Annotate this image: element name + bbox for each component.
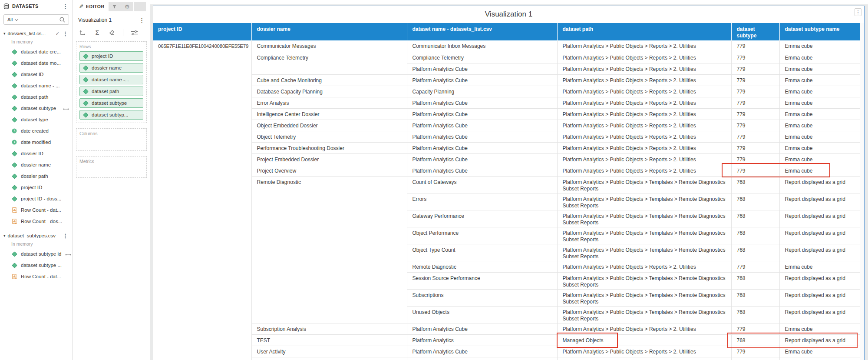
cell-dataset-path[interactable]: Platform Analytics > Public Objects > Re… — [557, 74, 731, 86]
sidebar-field-dataset-type[interactable]: dataset type — [0, 114, 73, 125]
cell-dataset-path[interactable]: Platform Analytics > Public Objects > Re… — [557, 86, 731, 97]
cell-dataset-subtype[interactable]: 779 — [731, 120, 779, 131]
cell-dossier-name[interactable]: Object Telemetry — [251, 131, 407, 142]
cell-dossier-name[interactable]: Database Capacity Planning — [251, 86, 407, 97]
cell-dossier-name[interactable]: Performance Troubleshooting Dossier — [251, 142, 407, 153]
cell-dataset-subtype[interactable]: 779 — [731, 40, 779, 52]
cell-dataset-path[interactable]: Platform Analytics > Public Objects > Re… — [557, 323, 731, 334]
column-header-dataset-name[interactable]: dataset name - datasets_list.csv — [407, 23, 557, 40]
sidebar-field-dataset-name-[interactable]: dataset name - ... — [0, 80, 73, 91]
cell-dossier-name[interactable]: Communicator Messages — [251, 40, 407, 52]
cell-dataset-name[interactable]: Object Type Count — [407, 244, 557, 261]
row-pill-dossier-name[interactable]: dossier name — [79, 63, 143, 73]
collapse-arrow-icon[interactable]: ▾ — [3, 31, 6, 36]
cell-dataset-subtype[interactable]: 779 — [731, 165, 779, 176]
cell-dataset-name[interactable]: Platform Analytics Cube — [407, 131, 557, 142]
cell-dataset-path[interactable]: Platform Analytics > Public Objects > Re… — [557, 165, 731, 176]
cell-dataset-path[interactable]: Platform Analytics > Public Objects > Re… — [557, 97, 731, 108]
sidebar-field-dataset-subtype[interactable]: dataset subtype — [0, 103, 73, 114]
dataset-group-menu-icon[interactable]: ⋮ — [62, 233, 69, 239]
cell-dataset-path[interactable]: Platform Analytics > Public Objects > Te… — [557, 193, 731, 210]
cell-dossier-name[interactable]: Object Embedded Dossier — [251, 120, 407, 131]
cell-dataset-subtype[interactable]: 779 — [731, 108, 779, 120]
cell-dataset-subtype-name[interactable]: Emma cube — [779, 323, 861, 334]
cell-dataset-path[interactable]: Platform Analytics > Public Objects > Te… — [557, 210, 731, 227]
cell-dataset-subtype-name[interactable]: Report displayed as a grid — [779, 176, 861, 193]
zone-rows[interactable]: Rows project IDdossier namedataset name … — [76, 41, 147, 123]
cell-dataset-path[interactable]: Platform Analytics > Public Objects > Te… — [557, 289, 731, 306]
totals-icon[interactable]: Σ — [93, 29, 101, 36]
dataset-search-box[interactable]: All — [3, 14, 69, 25]
cell-dossier-name[interactable]: Subscription Analysis — [251, 323, 407, 334]
cell-dataset-path[interactable]: Platform Analytics > Public Objects > Te… — [557, 272, 731, 289]
column-header-project-id[interactable]: project ID — [153, 23, 251, 40]
swap-axes-icon[interactable] — [79, 29, 86, 36]
cell-dataset-subtype-name[interactable]: Emma cube — [779, 346, 861, 357]
cell-dataset-subtype[interactable]: 768 — [731, 227, 779, 244]
cell-dataset-subtype[interactable]: 779 — [731, 346, 779, 357]
cell-dataset-subtype-name[interactable]: Report displayed as a grid — [779, 306, 861, 323]
cell-dataset-name[interactable]: Remote Diagnostic — [407, 261, 557, 272]
cell-dataset-subtype[interactable]: 779 — [731, 52, 779, 63]
datasets-panel-menu-icon[interactable]: ⋮ — [62, 3, 69, 9]
cell-dataset-path[interactable]: Platform Analytics > Public Objects > Te… — [557, 244, 731, 261]
cell-dataset-subtype-name[interactable]: Emma cube — [779, 63, 861, 74]
cell-dataset-name[interactable]: Platform Analytics Cube — [407, 323, 557, 334]
cell-dossier-name[interactable]: Intelligence Center Dossier — [251, 108, 407, 120]
tab-editor[interactable]: ✎ EDITOR — [75, 2, 109, 11]
cell-dataset-subtype-name[interactable]: Emma cube — [779, 131, 861, 142]
cell-dataset-subtype[interactable]: 779 — [731, 142, 779, 153]
cell-dataset-subtype[interactable]: 779 — [731, 63, 779, 74]
sidebar-field-row-count-dat-[interactable]: Row Count - dat... — [0, 271, 73, 282]
cell-dossier-name[interactable]: Project Overview — [251, 165, 407, 176]
search-filter-dropdown[interactable]: All — [7, 17, 13, 22]
cell-dataset-subtype[interactable]: 768 — [731, 289, 779, 306]
sidebar-field-dossier-name[interactable]: dossier name — [0, 159, 73, 170]
cell-dataset-path[interactable]: Platform Analytics > Public Objects > Re… — [557, 40, 731, 52]
collapse-arrow-icon[interactable]: ▾ — [3, 233, 6, 238]
column-header-dossier-name[interactable]: dossier name — [251, 23, 407, 40]
cell-dataset-subtype-name[interactable]: Report displayed as a grid — [779, 227, 861, 244]
cell-dataset-subtype[interactable]: 779 — [731, 74, 779, 86]
sidebar-field-row-count-dat-[interactable]: Row Count - dat... — [0, 204, 73, 216]
cell-dataset-subtype[interactable]: 768 — [731, 176, 779, 193]
cell-dataset-subtype-name[interactable]: Emma cube — [779, 40, 861, 52]
cell-dataset-name[interactable]: Platform Analytics Cube — [407, 74, 557, 86]
visualization-menu-icon[interactable]: ⋮ — [855, 8, 861, 16]
cell-dataset-subtype-name[interactable]: Emma cube — [779, 261, 861, 272]
sidebar-field-dataset-date-mo-[interactable]: dataset date mo... — [0, 57, 73, 69]
column-header-dataset-subtype-name[interactable]: dataset subtype name — [779, 23, 861, 40]
cell-dataset-subtype[interactable]: 779 — [731, 261, 779, 272]
cell-dataset-path[interactable]: Platform Analytics > Public Objects > Re… — [557, 346, 731, 357]
cell-dataset-path[interactable]: Platform Analytics > Public Objects > Re… — [557, 142, 731, 153]
cell-dataset-name[interactable]: Platform Analytics Cube — [407, 153, 557, 165]
sidebar-field-dataset-subtype-[interactable]: dataset subtype ... — [0, 260, 73, 271]
sidebar-field-dataset-path[interactable]: dataset path — [0, 91, 73, 103]
cell-dataset-subtype[interactable]: 768 — [731, 210, 779, 227]
zone-columns[interactable]: Columns — [76, 128, 147, 151]
cell-dataset-subtype[interactable]: 779 — [731, 323, 779, 334]
sidebar-field-date-created[interactable]: date created — [0, 125, 73, 137]
cell-dataset-name[interactable]: Platform Analytics Cube — [407, 63, 557, 74]
sidebar-field-dossier-path[interactable]: dossier path — [0, 170, 73, 182]
cell-dataset-subtype-name[interactable]: Report displayed as a grid — [779, 289, 861, 306]
cell-dataset-path[interactable]: Platform Analytics > Public Objects > Te… — [557, 176, 731, 193]
cell-dataset-path[interactable]: Platform Analytics > Public Objects > Te… — [557, 227, 731, 244]
sidebar-field-date-modified[interactable]: date modified — [0, 137, 73, 148]
cell-dataset-subtype[interactable]: 768 — [731, 334, 779, 346]
cell-dataset-name[interactable]: Platform Analytics Cube — [407, 120, 557, 131]
cell-dataset-name[interactable]: Platform Analytics Cube — [407, 165, 557, 176]
cell-dataset-name[interactable]: Compliance Telemetry — [407, 52, 557, 63]
sidebar-field-row-count-dos-[interactable]: Row Count - dos... — [0, 216, 73, 227]
cell-dataset-path[interactable]: Platform Analytics > Public Objects > Re… — [557, 131, 731, 142]
cell-dataset-name[interactable]: Errors — [407, 193, 557, 210]
zone-metrics[interactable]: Metrics — [76, 156, 147, 178]
cell-dataset-name[interactable]: Count of Gateways — [407, 176, 557, 193]
cell-dataset-name[interactable]: Unused Objects — [407, 306, 557, 323]
cell-dataset-subtype-name[interactable]: Emma cube — [779, 142, 861, 153]
column-header-dataset-subtype[interactable]: dataset subtype — [731, 23, 779, 40]
tab-format[interactable]: ⚙ — [121, 2, 133, 11]
cell-dossier-name[interactable]: User Activity — [251, 346, 407, 357]
tab-filter[interactable] — [109, 2, 121, 11]
row-pill-dataset-subtyp-[interactable]: dataset subtyp... — [79, 110, 143, 120]
